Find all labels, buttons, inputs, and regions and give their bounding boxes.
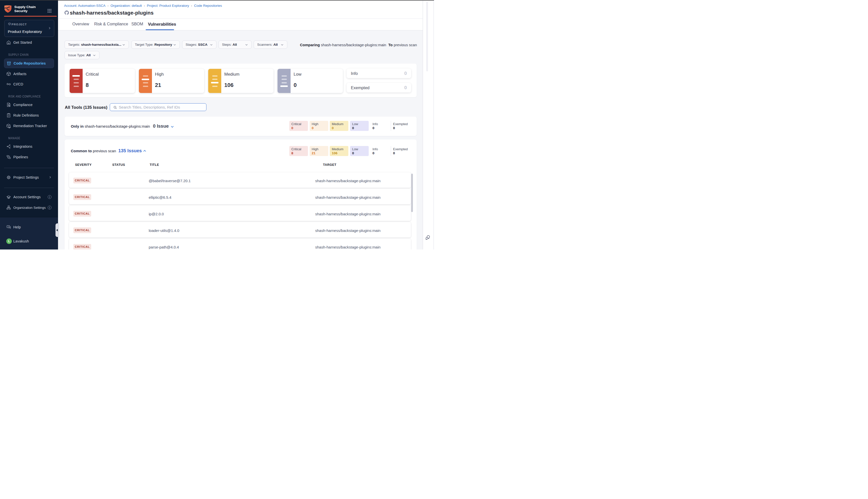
svg-text:?: ? xyxy=(8,226,9,228)
